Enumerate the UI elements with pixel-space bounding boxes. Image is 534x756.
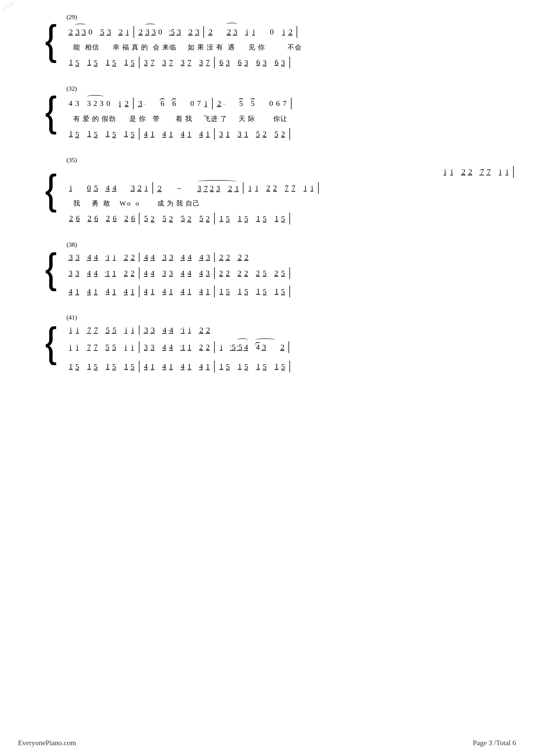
bass-38: 4 1 4 1 ·4 1 4 1 4 1 4 bbox=[66, 283, 516, 298]
brace-41: ｛ bbox=[18, 314, 63, 373]
watermark: EOP bbox=[1, 0, 15, 12]
bass-29: ·1 5 ·1 5 ·1 5 ·1 5 3 7 3 bbox=[66, 54, 516, 69]
brace-32: ｛ bbox=[18, 85, 63, 141]
treble-notes-38-bot: 3 3 4 4 #1 1 2 2 4 4 3 bbox=[66, 265, 516, 281]
treble-notes-41-top: ·i ·i ·7 ·7 ·5 ·5 ·i ·i ·3 ·3 bbox=[66, 323, 516, 337]
barline bbox=[203, 26, 204, 38]
treble-notes-32: 4 3 3 2 3 0 i 2 ·3 bbox=[66, 94, 516, 112]
bass-32: ·1 5 ·1 5 ·1 5 ·1 5 4 1 4 bbox=[66, 125, 516, 141]
lyrics-35: 我勇敢Woo成为我自己 bbox=[66, 198, 516, 208]
footer-left: EveryonePiano.com bbox=[18, 739, 76, 747]
brace-29: ｛ bbox=[18, 14, 63, 69]
measure-number-38: (38) bbox=[66, 241, 516, 248]
section-35: ｛ (35) ·i ·i ·2 ·2 ·7 ·7 ·i ·i bbox=[18, 156, 516, 225]
measure-number-41: (41) bbox=[66, 314, 516, 321]
footer: EveryonePiano.com Page 3 /Total 6 bbox=[18, 739, 516, 747]
footer-right: Page 3 /Total 6 bbox=[473, 739, 516, 747]
section-29: ｛ (29) ·2 ·3 ·3 0 ·5 ·3 bbox=[18, 14, 516, 69]
barline bbox=[134, 26, 134, 38]
section-38: ｛ (38) ·3 ·3 ·4 ·4 #·i ·i ·2 ·2 bbox=[18, 241, 516, 298]
staff-35: (35) ·i ·i ·2 ·2 ·7 ·7 ·i ·i bbox=[66, 156, 516, 225]
bass-41: ·1 5 ·1 5 ·1 5 ·1 5 4 1 4 bbox=[66, 358, 516, 373]
brace-35: ｛ bbox=[18, 156, 63, 225]
lyrics-32: 有爱的假劲是你带着我飞进了天际你让 bbox=[66, 114, 516, 124]
section-41: ｛ (41) ·i ·i ·7 ·7 ·5 ·5 ·i ·i bbox=[18, 314, 516, 373]
treble-notes-38-top: ·3 ·3 ·4 ·4 #·i ·i ·2 ·2 ·4 ·4 bbox=[66, 251, 516, 264]
barline bbox=[296, 26, 297, 38]
measure-number-29: (29) bbox=[66, 14, 516, 21]
lyrics-29: 能相信幸福真的会来临如果没有遇见你不会 bbox=[66, 42, 516, 52]
staff-29: (29) ·2 ·3 ·3 0 ·5 ·3 bbox=[66, 14, 516, 69]
staff-32: (32) 4 3 3 2 3 0 i 2 bbox=[66, 85, 516, 141]
brace-38: ｛ bbox=[18, 241, 63, 298]
section-32: ｛ (32) 4 3 3 2 3 0 i bbox=[18, 85, 516, 141]
treble-notes-35-top: ·i ·i ·2 ·2 ·7 ·7 ·i ·i bbox=[66, 166, 516, 178]
measure-number-32: (32) bbox=[66, 85, 516, 92]
measure-number-35: (35) bbox=[66, 156, 516, 164]
staff-41: (41) ·i ·i ·7 ·7 ·5 ·5 ·i ·i bbox=[66, 314, 516, 373]
staff-38: (38) ·3 ·3 ·4 ·4 #·i ·i ·2 ·2 bbox=[66, 241, 516, 298]
treble-notes-29: ·2 ·3 ·3 0 ·5 ·3 ·2 ·i bbox=[66, 23, 516, 41]
treble-notes-41: i i 7 7 5 5 i i 3 3 4 bbox=[66, 338, 516, 356]
bass-35: ··2 ··6 ··2 ··6 ··2 ··6 ··2 ··6 ·5 2 bbox=[66, 209, 516, 225]
treble-notes-35: ·i 0 ·5 ·4 ·4 ·3 ·2 ·i ·2 – bbox=[66, 179, 516, 197]
sheet-music-page: EOP ｛ (29) ·2 ·3 ·3 0 ·5 bbox=[0, 0, 534, 756]
